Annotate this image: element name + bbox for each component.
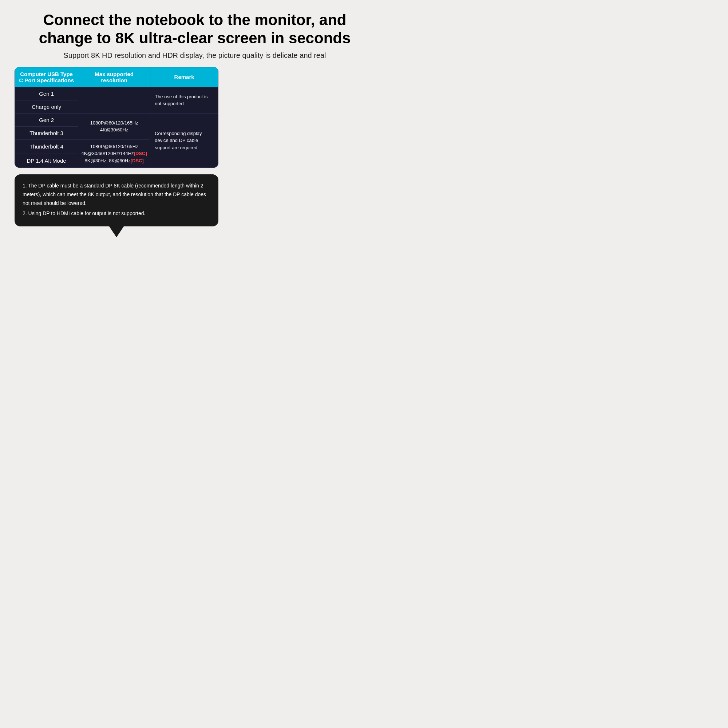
- res-tb4: 1080P@60/120/165Hz 4K@30/60/120Hz/144Hz[…: [78, 139, 150, 168]
- spec-table-wrapper: Computer USB Type C Port Specifications …: [15, 67, 219, 168]
- port-charge-only: Charge only: [15, 100, 78, 113]
- port-tb3: Thunderbolt 3: [15, 126, 78, 139]
- subtitle: Support 8K HD resolution and HDR display…: [15, 51, 375, 60]
- note-2: 2. Using DP to HDMI cable for output is …: [23, 209, 210, 218]
- res-gen1: [78, 87, 150, 113]
- col2-header: Max supported resolution: [78, 67, 150, 87]
- col1-header: Computer USB Type C Port Specifications: [15, 67, 78, 87]
- right-panel: 8K: [226, 67, 375, 242]
- note-1: 1. The DP cable must be a standard DP 8K…: [23, 182, 210, 208]
- port-tb4: Thunderbolt 4: [15, 139, 78, 154]
- table-row: Gen 1 The use of this product is not sup…: [15, 87, 219, 100]
- spec-table: Computer USB Type C Port Specifications …: [15, 67, 219, 168]
- notes-bubble: 1. The DP cable must be a standard DP 8K…: [15, 174, 219, 226]
- dsc-badge-tb4-2: [DSC]: [131, 158, 144, 164]
- port-gen1: Gen 1: [15, 87, 78, 100]
- port-dp14: DP 1.4 Alt Mode: [15, 154, 78, 168]
- main-title: Connect the notebook to the monitor, and…: [15, 11, 375, 48]
- main-container: Connect the notebook to the monitor, and…: [0, 0, 390, 242]
- col3-header: Remark: [150, 67, 219, 87]
- table-row: Gen 2 1080P@60/120/165Hz4K@30/60Hz Corre…: [15, 113, 219, 126]
- port-gen2: Gen 2: [15, 113, 78, 126]
- res-gen2: 1080P@60/120/165Hz4K@30/60Hz: [78, 113, 150, 139]
- content-area: Computer USB Type C Port Specifications …: [15, 67, 375, 242]
- dsc-badge-tb4: [DSC]: [134, 151, 147, 156]
- remark-gen2: Corresponding display device and DP cabl…: [150, 113, 219, 168]
- left-panel: Computer USB Type C Port Specifications …: [15, 67, 219, 227]
- remark-gen1: The use of this product is not supported: [150, 87, 219, 113]
